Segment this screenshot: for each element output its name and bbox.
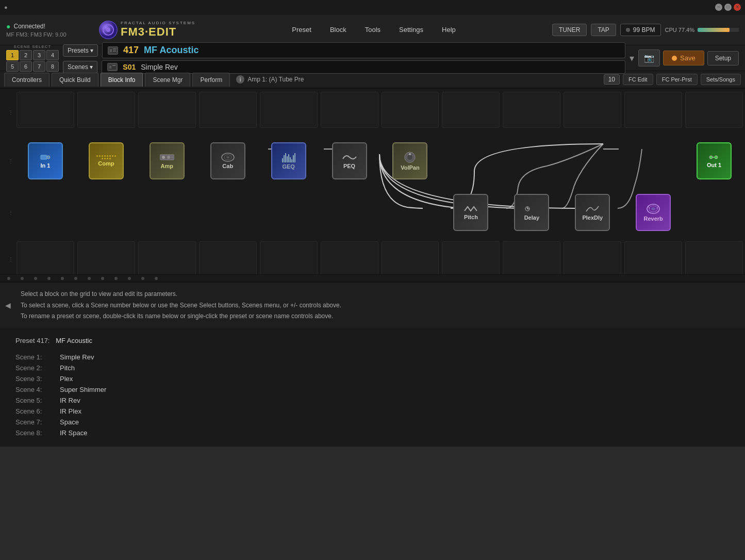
grid-cell[interactable] — [685, 92, 743, 128]
tab-scenemgr[interactable]: Scene Mgr — [145, 73, 190, 87]
tab-blockinfo[interactable]: Block Info — [101, 73, 143, 87]
scroll-dot[interactable] — [74, 277, 77, 280]
tap-button[interactable]: TAP — [591, 24, 616, 36]
grid-cell[interactable] — [321, 241, 378, 274]
block-reverb[interactable]: Reverb — [636, 194, 671, 231]
scene-list-item[interactable]: Scene 8:IR Space — [15, 427, 730, 438]
tab-quickbuild[interactable]: Quick Build — [52, 73, 98, 87]
scene-btn-3[interactable]: 3 — [33, 50, 45, 60]
grid-cell[interactable] — [321, 92, 378, 128]
nav-block[interactable]: Block — [326, 24, 351, 36]
grid-cell[interactable] — [260, 241, 318, 274]
grid-cell[interactable] — [503, 92, 560, 128]
scenes-dropdown[interactable]: Scenes ▾ — [63, 61, 97, 73]
nav-settings[interactable]: Settings — [395, 24, 427, 36]
grid-cell[interactable] — [503, 241, 560, 274]
scene-btn-4[interactable]: 4 — [46, 50, 59, 60]
grid-cell-r1c8[interactable] — [502, 140, 561, 182]
block-delay[interactable]: Delay — [514, 194, 549, 231]
tab-fc-edit[interactable]: FC Edit — [623, 74, 653, 85]
nav-help[interactable]: Help — [438, 24, 460, 36]
block-amp[interactable]: Amp — [150, 142, 185, 179]
scene-btn-7[interactable]: 7 — [33, 61, 45, 72]
block-container-peq: PEQ — [320, 140, 379, 182]
grid-cell[interactable] — [624, 241, 682, 274]
scene-btn-2[interactable]: 2 — [20, 50, 32, 60]
scene-btn-8[interactable]: 8 — [46, 61, 59, 72]
grid-cell[interactable] — [16, 92, 74, 128]
scroll-dot[interactable] — [155, 277, 158, 280]
scroll-dot[interactable] — [141, 277, 144, 280]
grid-cell[interactable] — [16, 241, 74, 274]
grid-cell[interactable] — [624, 92, 682, 128]
setup-button[interactable]: Setup — [707, 51, 739, 65]
scroll-dot[interactable] — [114, 277, 118, 280]
scene-list-item[interactable]: Scene 1:Simple Rev — [15, 352, 730, 363]
scene-list-item[interactable]: Scene 4:Super Shimmer — [15, 384, 730, 395]
grid-cell[interactable] — [138, 241, 196, 274]
row-handle-2[interactable]: ⋮ — [7, 187, 14, 238]
grid-cell[interactable] — [685, 241, 743, 274]
scene-list-item[interactable]: Scene 6:IR Plex — [15, 406, 730, 417]
block-comp[interactable]: Comp — [89, 142, 124, 179]
scroll-dot[interactable] — [21, 277, 24, 280]
grid-cell[interactable] — [564, 92, 621, 128]
block-pitch[interactable]: Pitch — [453, 194, 488, 231]
grid-cell[interactable] — [199, 92, 257, 128]
grid-cell-r1c7[interactable] — [441, 140, 501, 182]
grid-cell[interactable] — [442, 92, 500, 128]
scroll-dot[interactable] — [88, 277, 91, 280]
minimize-button[interactable]: ─ — [715, 4, 722, 11]
block-plexdly[interactable]: PlexDly — [575, 194, 610, 231]
grid-cell[interactable] — [382, 92, 439, 128]
tab-controllers[interactable]: Controllers — [4, 73, 49, 87]
scene-btn-1[interactable]: 1 — [6, 50, 19, 60]
tab-perform[interactable]: Perform — [192, 73, 230, 87]
grid-cell[interactable] — [199, 241, 257, 274]
scroll-dot[interactable] — [47, 277, 51, 280]
grid-cell[interactable] — [442, 241, 500, 274]
scene-list-item[interactable]: Scene 5:IR Rev — [15, 395, 730, 406]
grid-cell[interactable] — [260, 92, 318, 128]
block-container-in1: In 1 — [15, 140, 75, 182]
preset-arrow-down[interactable]: ▾ — [630, 53, 634, 64]
scene-btn-5[interactable]: 5 — [6, 61, 19, 72]
scene-btn-6[interactable]: 6 — [20, 61, 32, 72]
nav-tools[interactable]: Tools — [361, 24, 385, 36]
save-button[interactable]: Save — [663, 51, 704, 65]
scroll-dot[interactable] — [7, 277, 10, 280]
grid-cell[interactable] — [138, 92, 196, 128]
camera-button[interactable]: 📷 — [638, 50, 660, 67]
scene-list-item[interactable]: Scene 3:Plex — [15, 373, 730, 384]
presets-dropdown[interactable]: Presets ▾ — [63, 44, 98, 57]
grid-cell-r1c9[interactable] — [562, 140, 622, 182]
scroll-dot[interactable] — [34, 277, 37, 280]
scene-list-item[interactable]: Scene 7:Space — [15, 417, 730, 427]
tab-sets-songs[interactable]: Sets/Songs — [701, 74, 741, 85]
block-out1[interactable]: Out 1 — [697, 142, 732, 179]
grid-cell-r1c10[interactable] — [623, 140, 683, 182]
scroll-dot[interactable] — [101, 277, 104, 280]
scroll-dot[interactable] — [61, 277, 64, 280]
info-panel-arrow[interactable]: ◀ — [5, 301, 11, 309]
tuner-button[interactable]: TUNER — [552, 24, 587, 36]
block-peq[interactable]: PEQ — [332, 142, 367, 179]
row-handle-3[interactable]: ⋮ — [7, 238, 14, 274]
row-handle-1[interactable]: ⋮ — [7, 135, 14, 187]
scroll-dot[interactable] — [128, 277, 131, 280]
block-in1[interactable]: In 1 — [28, 142, 63, 179]
block-volpan[interactable]: VolPan — [392, 142, 427, 179]
tab-fc-per-prst[interactable]: FC Per-Prst — [656, 74, 698, 85]
maximize-button[interactable]: □ — [724, 4, 732, 11]
block-cab[interactable]: Cab — [210, 142, 245, 179]
grid-cell[interactable] — [564, 241, 621, 274]
grid-cell[interactable] — [77, 92, 135, 128]
grid-cell[interactable] — [382, 241, 439, 274]
row-handle-0[interactable]: ⋮ — [7, 89, 14, 135]
block-geq[interactable]: GEQ — [271, 142, 306, 179]
close-button[interactable]: ✕ — [734, 4, 741, 11]
scene-name: Pitch — [60, 364, 75, 372]
nav-preset[interactable]: Preset — [288, 24, 316, 36]
scene-list-item[interactable]: Scene 2:Pitch — [15, 363, 730, 373]
grid-cell[interactable] — [77, 241, 135, 274]
